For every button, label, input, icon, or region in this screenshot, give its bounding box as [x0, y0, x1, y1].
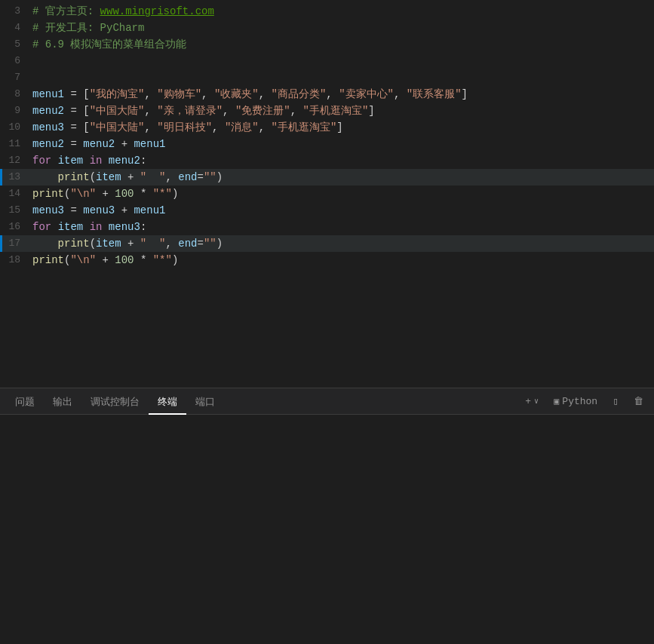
- line-num-4: 4: [2, 20, 32, 36]
- line-content-11: menu2 = menu2 + menu1: [32, 136, 654, 152]
- terminal-type-button[interactable]: ▣ Python: [549, 394, 602, 409]
- bottom-panel: 问题 输出 调试控制台 终端 端口 + ∨ ▣ Python ▯: [0, 388, 654, 644]
- tab-terminal[interactable]: 终端: [149, 388, 186, 415]
- code-editor[interactable]: 3 # 官方主页: www.mingrisoft.com 4 # 开发工具: P…: [0, 0, 654, 388]
- line-num-16: 16: [2, 219, 32, 235]
- code-line-3: 3 # 官方主页: www.mingrisoft.com: [0, 3, 654, 20]
- line-num-9: 9: [2, 103, 32, 119]
- line-content-8: menu1 = ["我的淘宝", "购物车", "收藏夹", "商品分类", "…: [32, 86, 654, 103]
- line-content-14: print("\n" + 100 * "*"): [32, 186, 654, 202]
- code-line-6: 6: [0, 53, 654, 69]
- code-line-7: 7: [0, 69, 654, 86]
- add-terminal-button[interactable]: + ∨: [520, 394, 543, 409]
- code-line-18: 18 print("\n" + 100 * "*"): [0, 252, 654, 268]
- line-num-13: 13: [2, 169, 32, 186]
- split-icon: ▯: [613, 395, 619, 407]
- code-line-8: 8 menu1 = ["我的淘宝", "购物车", "收藏夹", "商品分类",…: [0, 86, 654, 103]
- line-content-4: # 开发工具: PyCharm: [32, 20, 654, 36]
- line-num-5: 5: [2, 36, 32, 53]
- line-num-15: 15: [2, 202, 32, 219]
- line-num-7: 7: [2, 69, 32, 86]
- line-content-18: print("\n" + 100 * "*"): [32, 252, 654, 268]
- split-terminal-button[interactable]: ▯: [608, 394, 623, 409]
- line-content-3: # 官方主页: www.mingrisoft.com: [32, 3, 654, 20]
- code-lines: 3 # 官方主页: www.mingrisoft.com 4 # 开发工具: P…: [0, 0, 654, 268]
- code-line-13: 13 print(item + " ", end=""): [0, 169, 654, 186]
- line-num-11: 11: [2, 136, 32, 152]
- trash-icon: 🗑: [634, 396, 643, 407]
- panel-actions: + ∨ ▣ Python ▯ 🗑: [520, 394, 648, 409]
- line-content-12: for item in menu2:: [32, 152, 654, 169]
- line-content-5: # 6.9 模拟淘宝的菜单组合功能: [32, 36, 654, 53]
- line-content-9: menu2 = ["中国大陆", "亲，请登录", "免费注册", "手机逛淘宝…: [32, 103, 654, 119]
- code-line-9: 9 menu2 = ["中国大陆", "亲，请登录", "免费注册", "手机逛…: [0, 103, 654, 119]
- code-line-5: 5 # 6.9 模拟淘宝的菜单组合功能: [0, 36, 654, 53]
- panel-tabs-bar: 问题 输出 调试控制台 终端 端口 + ∨ ▣ Python ▯: [0, 388, 654, 415]
- code-line-11: 11 menu2 = menu2 + menu1: [0, 136, 654, 152]
- terminal-content[interactable]: [0, 415, 654, 644]
- line-content-15: menu3 = menu3 + menu1: [32, 202, 654, 219]
- line-num-14: 14: [2, 186, 32, 202]
- line-num-3: 3: [2, 3, 32, 20]
- line-num-18: 18: [2, 252, 32, 268]
- terminal-icon: ▣: [554, 396, 559, 407]
- code-line-16: 16 for item in menu3:: [0, 219, 654, 235]
- tab-ports[interactable]: 端口: [186, 388, 224, 415]
- code-line-15: 15 menu3 = menu3 + menu1: [0, 202, 654, 219]
- line-num-6: 6: [2, 53, 32, 69]
- code-line-14: 14 print("\n" + 100 * "*"): [0, 186, 654, 202]
- code-line-10: 10 menu3 = ["中国大陆", "明日科技", "消息", "手机逛淘宝…: [0, 119, 654, 136]
- line-content-10: menu3 = ["中国大陆", "明日科技", "消息", "手机逛淘宝"]: [32, 119, 654, 136]
- line-content-13: print(item + " ", end=""): [32, 169, 654, 186]
- tab-problems[interactable]: 问题: [6, 388, 44, 415]
- delete-terminal-button[interactable]: 🗑: [629, 394, 648, 409]
- line-num-12: 12: [2, 152, 32, 169]
- line-num-8: 8: [2, 86, 32, 103]
- line-num-10: 10: [2, 119, 32, 136]
- tab-debug-console[interactable]: 调试控制台: [81, 388, 149, 415]
- tab-output[interactable]: 输出: [44, 388, 81, 415]
- line-content-16: for item in menu3:: [32, 219, 654, 235]
- line-num-17: 17: [2, 235, 32, 252]
- code-line-17: 17 print(item + " ", end=""): [0, 235, 654, 252]
- line-content-17: print(item + " ", end=""): [32, 235, 654, 252]
- code-line-12: 12 for item in menu2:: [0, 152, 654, 169]
- code-line-4: 4 # 开发工具: PyCharm: [0, 20, 654, 36]
